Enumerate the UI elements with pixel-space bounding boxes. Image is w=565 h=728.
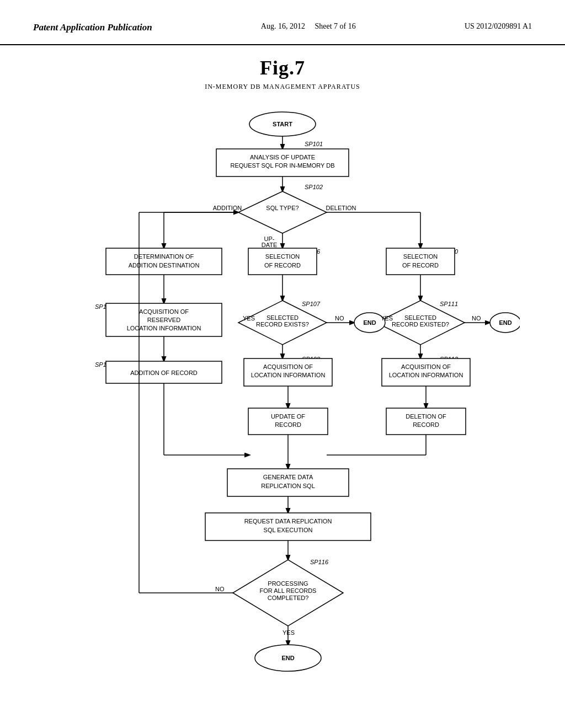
publication-title: Patent Application Publication bbox=[33, 22, 152, 33]
sp116-label: SP116 bbox=[310, 559, 329, 565]
update-label2: DATE bbox=[262, 242, 278, 248]
svg-rect-12 bbox=[386, 248, 455, 275]
end-right-node: END bbox=[499, 319, 511, 326]
svg-rect-7 bbox=[106, 248, 222, 275]
deletion-label: DELETION bbox=[326, 205, 356, 211]
apparatus-label: IN-MEMORY DB MANAGEMENT APPARATUS bbox=[22, 83, 543, 91]
header-sheet: Sheet 7 of 16 bbox=[315, 22, 355, 30]
sp116-text3: COMPLETED? bbox=[268, 595, 309, 601]
sp104-text1: ACQUISITION OF bbox=[139, 308, 189, 315]
header-date-sheet: Aug. 16, 2012 Sheet 7 of 16 bbox=[261, 22, 356, 31]
sp113-text1: DELETION OF bbox=[406, 413, 446, 420]
sp104-text2: RESERVED bbox=[147, 317, 180, 323]
sp107-label: SP107 bbox=[302, 301, 321, 307]
svg-rect-9 bbox=[248, 248, 317, 275]
sp116-text2: FOR ALL RECORDS bbox=[260, 587, 317, 594]
sp116-yes-label: YES bbox=[282, 629, 295, 636]
start-node: START bbox=[273, 121, 292, 127]
svg-marker-4 bbox=[238, 191, 327, 233]
end-middle-node: END bbox=[363, 319, 376, 326]
sp107-yes-label: YES bbox=[243, 315, 255, 322]
page-header: Patent Application Publication Aug. 16, … bbox=[0, 0, 565, 45]
sp114-text2: REPLICATION SQL bbox=[261, 483, 315, 489]
sp115-text2: SQL EXECUTION bbox=[264, 527, 313, 533]
sp111-label: SP111 bbox=[440, 301, 458, 307]
sp111-text1: SELECTED bbox=[404, 314, 436, 321]
sp107-text1: SELECTED bbox=[266, 314, 299, 321]
sp108-text1: ACQUISITION OF bbox=[263, 363, 313, 370]
sp113-text2: RECORD bbox=[413, 421, 439, 428]
sp102-label: SP102 bbox=[305, 184, 323, 190]
sp105-text: ADDITION OF RECORD bbox=[130, 370, 198, 376]
header-patent-number: US 2012/0209891 A1 bbox=[465, 22, 532, 31]
sp101-label: SP101 bbox=[305, 141, 323, 147]
sp109-text1: UPDATE OF bbox=[271, 413, 305, 420]
sp116-text1: PROCESSING bbox=[268, 580, 308, 587]
sp107-no-label: NO bbox=[335, 315, 344, 322]
sp101-text: ANALYSIS OF UPDATE bbox=[250, 154, 315, 160]
sp111-text2: RECORD EXISTED? bbox=[392, 321, 449, 328]
diagram-area: Fig.7 IN-MEMORY DB MANAGEMENT APPARATUS … bbox=[0, 45, 565, 725]
sp112-text1: ACQUISITION OF bbox=[401, 363, 451, 370]
sp116-no-label: NO bbox=[215, 586, 225, 592]
sp104-text3: LOCATION INFORMATION bbox=[127, 325, 201, 331]
sp111-yes-label: YES bbox=[381, 315, 393, 322]
header-date: Aug. 16, 2012 bbox=[261, 22, 305, 30]
sp112-text2: LOCATION INFORMATION bbox=[389, 372, 463, 378]
flowchart-container: START SP101 ANALYSIS OF UPDATE REQUEST S… bbox=[22, 102, 543, 703]
sp106-text1: SELECTION bbox=[265, 253, 300, 260]
sp115-text1: REQUEST DATA REPLICATION bbox=[244, 518, 332, 524]
sp114-text1: GENERATE DATA bbox=[263, 474, 313, 480]
flowchart-svg: START SP101 ANALYSIS OF UPDATE REQUEST S… bbox=[45, 102, 520, 703]
sp107-text2: RECORD EXISTS? bbox=[256, 321, 309, 328]
sp106-text2: OF RECORD bbox=[264, 262, 301, 269]
sp109-text2: RECORD bbox=[275, 421, 301, 428]
addition-label: ADDITION bbox=[213, 205, 242, 211]
sp103-text1: DETERMINATION OF bbox=[134, 253, 194, 260]
sp108-text2: LOCATION INFORMATION bbox=[251, 372, 326, 378]
end-bottom-node: END bbox=[281, 655, 294, 661]
sp110-text1: SELECTION bbox=[403, 253, 438, 260]
sp102-sqltype: SQL TYPE? bbox=[266, 205, 299, 211]
sp101-text2: REQUEST SQL FOR IN-MEMORY DB bbox=[230, 162, 334, 169]
figure-title: Fig.7 bbox=[22, 56, 543, 79]
sp110-text2: OF RECORD bbox=[402, 262, 439, 269]
sp111-no-label: NO bbox=[472, 315, 481, 322]
